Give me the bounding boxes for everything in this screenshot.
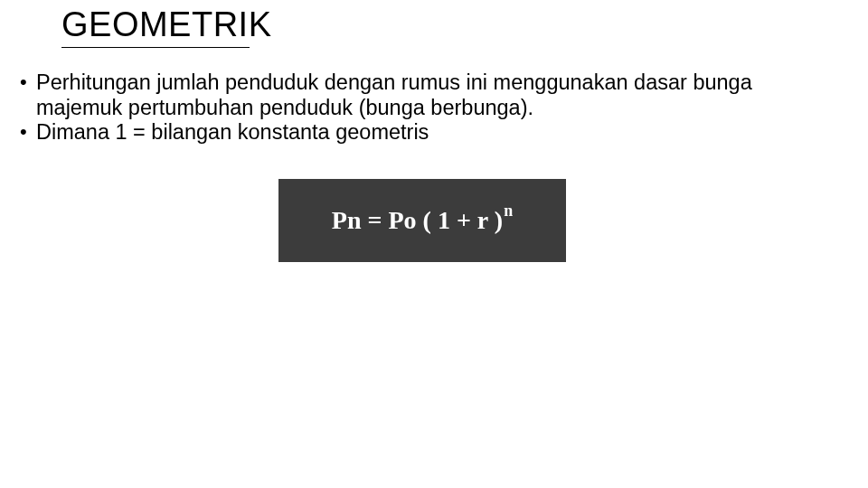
formula-box: Pn = Po ( 1 + r )n bbox=[278, 179, 566, 262]
list-item: Perhitungan jumlah penduduk dengan rumus… bbox=[20, 70, 832, 120]
slide-title: GEOMETRIK bbox=[61, 5, 272, 44]
list-item: Dimana 1 = bilangan konstanta geometris bbox=[20, 120, 832, 145]
formula-base: Pn = Po ( 1 + r ) bbox=[332, 207, 503, 235]
slide: GEOMETRIK Perhitungan jumlah penduduk de… bbox=[0, 0, 868, 488]
formula-exponent: n bbox=[504, 202, 513, 220]
bullet-list: Perhitungan jumlah penduduk dengan rumus… bbox=[20, 70, 832, 145]
body-text: Perhitungan jumlah penduduk dengan rumus… bbox=[20, 70, 832, 145]
formula: Pn = Po ( 1 + r )n bbox=[332, 205, 513, 235]
title-underline bbox=[61, 47, 250, 48]
